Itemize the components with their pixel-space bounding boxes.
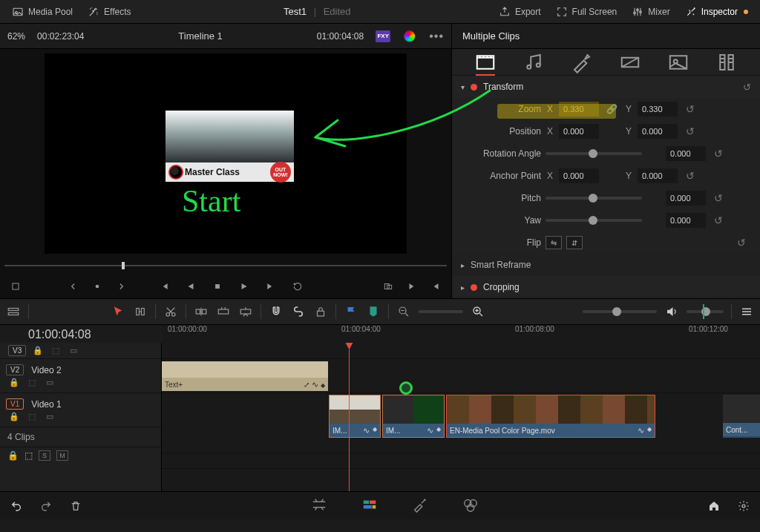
inspector-tab-file[interactable]: [715, 51, 738, 73]
timeline-playhead[interactable]: [349, 343, 350, 491]
fusion-page-icon[interactable]: [412, 496, 428, 515]
zoom-x-input[interactable]: [559, 102, 599, 116]
position-lock-icon[interactable]: [313, 304, 328, 319]
auto-select-icon[interactable]: ⬚: [26, 411, 38, 421]
link-selection-icon[interactable]: [291, 304, 306, 319]
rotation-slider[interactable]: [546, 152, 642, 155]
stop-icon[interactable]: [209, 278, 226, 295]
dim-slider[interactable]: [687, 310, 724, 313]
flip-horizontal-button[interactable]: ⇋: [546, 236, 562, 249]
track-v2-tag[interactable]: V2: [6, 364, 24, 375]
zoom-y-input[interactable]: [638, 102, 678, 116]
text-clip[interactable]: Text+ ⤢ ∿ ◆: [162, 361, 328, 391]
timeline-view-icon[interactable]: [6, 304, 21, 319]
reset-flip-icon[interactable]: ↺: [733, 237, 750, 249]
track-v3-tag[interactable]: V3: [8, 345, 26, 356]
timeline-options-icon[interactable]: [739, 304, 754, 319]
yaw-input[interactable]: [666, 213, 706, 228]
auto-select-icon[interactable]: ⬚: [26, 377, 38, 387]
marker-icon[interactable]: [366, 304, 381, 319]
go-last-icon[interactable]: [263, 278, 279, 295]
inspector-tab-video[interactable]: [474, 51, 497, 73]
section-enable-dot[interactable]: [471, 84, 477, 91]
reset-anchor-icon[interactable]: ↺: [682, 170, 698, 182]
next-edit-icon[interactable]: [404, 278, 420, 295]
viewer-options-icon[interactable]: •••: [429, 30, 444, 43]
home-icon[interactable]: [707, 499, 721, 513]
inspector-tab-image[interactable]: [667, 51, 689, 73]
mute-button[interactable]: M: [56, 450, 68, 461]
mixer-button[interactable]: Mixer: [624, 3, 677, 21]
position-y-input[interactable]: [638, 124, 678, 139]
flag-icon[interactable]: [344, 304, 358, 319]
next-marker-icon[interactable]: [113, 278, 129, 295]
pitch-slider[interactable]: [546, 197, 642, 200]
loop-icon[interactable]: [289, 278, 306, 295]
viewer-scrubber[interactable]: [4, 257, 447, 275]
blade-tool-icon[interactable]: [163, 304, 178, 319]
color-wheel-icon[interactable]: [402, 29, 417, 44]
source-timecode[interactable]: 00:02:23:04: [37, 31, 84, 42]
full-screen-button[interactable]: Full Screen: [548, 3, 625, 21]
inspector-tab-effects[interactable]: [571, 51, 593, 73]
track-name-v1[interactable]: Video 1: [31, 399, 61, 410]
settings-icon[interactable]: [736, 499, 751, 513]
anchor-y-input[interactable]: [638, 168, 678, 183]
selection-tool-icon[interactable]: [111, 304, 125, 319]
video-clip-1[interactable]: IM...∿◆: [329, 395, 381, 438]
snapping-icon[interactable]: [269, 304, 284, 319]
track-name-v2[interactable]: Video 2: [31, 365, 61, 375]
color-page-icon[interactable]: [462, 496, 479, 515]
track-view-icon[interactable]: ▭: [44, 411, 56, 421]
viewer-zoom-pct[interactable]: 62%: [7, 31, 25, 42]
zoom-slider[interactable]: [419, 310, 463, 313]
auto-select-icon[interactable]: ⬚: [24, 450, 33, 461]
bypass-icon[interactable]: FXY: [376, 29, 390, 44]
anchor-x-input[interactable]: [559, 168, 599, 183]
inspector-tab-audio[interactable]: [522, 51, 545, 73]
mark-in-icon[interactable]: [89, 278, 105, 295]
reset-rotation-icon[interactable]: ↺: [710, 148, 727, 160]
track-v1-tag[interactable]: V1: [6, 398, 24, 410]
flip-vertical-button[interactable]: ⇵: [566, 236, 583, 249]
export-button[interactable]: Export: [491, 3, 548, 21]
lock-icon[interactable]: 🔒: [8, 377, 20, 387]
zoom-out-icon[interactable]: [396, 304, 411, 319]
record-timecode[interactable]: 01:00:04:08: [317, 31, 364, 42]
scrubber-knob[interactable]: [122, 262, 125, 269]
position-x-input[interactable]: [559, 124, 599, 139]
effects-button[interactable]: Effects: [80, 3, 138, 21]
section-enable-dot[interactable]: [471, 284, 477, 291]
delete-icon[interactable]: [68, 499, 83, 513]
chevron-down-icon[interactable]: ▾: [461, 83, 465, 91]
speaker-icon[interactable]: [664, 304, 679, 319]
rotation-input[interactable]: [666, 146, 706, 161]
playhead-timecode[interactable]: 01:00:04:08: [0, 325, 162, 344]
replace-clip-icon[interactable]: [238, 304, 253, 319]
redo-icon[interactable]: [39, 499, 53, 513]
video-clip-3[interactable]: EN-Media Pool Color Page.mov∿◆: [446, 395, 655, 438]
lock-icon[interactable]: 🔒: [8, 411, 20, 421]
timeline-name[interactable]: Timeline 1: [96, 30, 304, 42]
yaw-slider[interactable]: [546, 219, 642, 222]
chevron-right-icon[interactable]: ▸: [461, 261, 465, 269]
inspector-tab-transition[interactable]: [619, 51, 641, 73]
play-icon[interactable]: [236, 278, 252, 295]
solo-button[interactable]: S: [39, 450, 50, 461]
cut-page-icon[interactable]: [311, 496, 327, 515]
go-first-icon[interactable]: [156, 278, 172, 295]
undo-icon[interactable]: [9, 499, 24, 513]
video-clip-2[interactable]: IM...∿◆: [382, 395, 445, 438]
monitor-volume-slider[interactable]: [583, 310, 657, 313]
media-pool-button[interactable]: Media Pool: [4, 3, 80, 21]
track-view-icon[interactable]: ▭: [44, 377, 56, 387]
reset-pitch-icon[interactable]: ↺: [710, 192, 727, 204]
trim-tool-icon[interactable]: [133, 304, 148, 319]
prev-marker-icon[interactable]: [65, 278, 82, 295]
pitch-input[interactable]: [666, 191, 706, 206]
reset-section-icon[interactable]: ↺: [743, 82, 751, 93]
lock-icon[interactable]: 🔒: [32, 345, 44, 355]
overwrite-clip-icon[interactable]: [216, 304, 231, 319]
play-reverse-icon[interactable]: [183, 278, 199, 295]
reset-position-icon[interactable]: ↺: [682, 125, 698, 137]
